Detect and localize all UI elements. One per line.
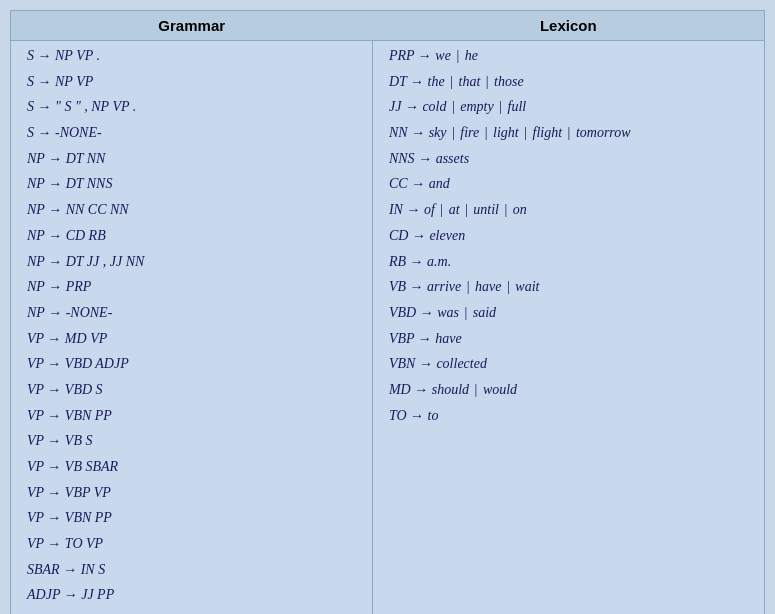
lexicon-cell: VB → arrive | have | wait — [372, 274, 764, 300]
grammar-cell: S → NP VP . — [11, 41, 372, 69]
table-row: VP → VBN PPTO → to — [11, 403, 764, 429]
grammar-cell: VP → VBN PP — [11, 403, 372, 429]
table-row: S → " S " , NP VP .JJ → cold | empty | f… — [11, 94, 764, 120]
grammar-cell: VP → VBP VP — [11, 480, 372, 506]
lexicon-cell — [372, 582, 764, 608]
main-table-container: Grammar Lexicon S → NP VP .PRP → we | he… — [10, 10, 765, 614]
table-row: SBAR → IN S — [11, 557, 764, 583]
lexicon-cell — [372, 480, 764, 506]
lexicon-cell — [372, 428, 764, 454]
lexicon-cell: TO → to — [372, 403, 764, 429]
table-row: NP → PRPVB → arrive | have | wait — [11, 274, 764, 300]
table-row: NP → DT NNSCC → and — [11, 171, 764, 197]
lexicon-cell: IN → of | at | until | on — [372, 197, 764, 223]
lexicon-cell: CD → eleven — [372, 223, 764, 249]
grammar-cell: S → " S " , NP VP . — [11, 94, 372, 120]
lexicon-cell — [372, 505, 764, 531]
lexicon-header: Lexicon — [372, 11, 764, 41]
grammar-cell: NP → DT NNS — [11, 171, 372, 197]
lexicon-cell: RB → a.m. — [372, 249, 764, 275]
lexicon-cell: NN → sky | fire | light | flight | tomor… — [372, 120, 764, 146]
lexicon-cell: VBD → was | said — [372, 300, 764, 326]
table-row: NP → DT NNNNS → assets — [11, 146, 764, 172]
table-row: VP → VBP VP — [11, 480, 764, 506]
grammar-cell: S → -NONE- — [11, 120, 372, 146]
grammar-cell: PP → IN NP — [11, 608, 372, 614]
grammar-cell: VP → VB S — [11, 428, 372, 454]
grammar-cell: SBAR → IN S — [11, 557, 372, 583]
lexicon-cell: JJ → cold | empty | full — [372, 94, 764, 120]
grammar-lexicon-table: Grammar Lexicon S → NP VP .PRP → we | he… — [11, 11, 764, 614]
grammar-cell: VP → VBN PP — [11, 505, 372, 531]
grammar-cell: VP → VBD ADJP — [11, 351, 372, 377]
table-row: VP → VBN PP — [11, 505, 764, 531]
lexicon-cell: DT → the | that | those — [372, 69, 764, 95]
grammar-cell: VP → MD VP — [11, 326, 372, 352]
lexicon-cell — [372, 454, 764, 480]
grammar-header: Grammar — [11, 11, 372, 41]
table-row: ADJP → JJ PP — [11, 582, 764, 608]
grammar-cell: NP → CD RB — [11, 223, 372, 249]
grammar-cell: ADJP → JJ PP — [11, 582, 372, 608]
grammar-cell: VP → VBD S — [11, 377, 372, 403]
table-row: S → -NONE-NN → sky | fire | light | flig… — [11, 120, 764, 146]
grammar-cell: VP → VB SBAR — [11, 454, 372, 480]
table-row: VP → VB SBAR — [11, 454, 764, 480]
lexicon-cell — [372, 608, 764, 614]
lexicon-cell: VBN → collected — [372, 351, 764, 377]
table-row: S → NP VPDT → the | that | those — [11, 69, 764, 95]
table-row: S → NP VP .PRP → we | he — [11, 41, 764, 69]
table-row: NP → -NONE-VBD → was | said — [11, 300, 764, 326]
table-row: PP → IN NP — [11, 608, 764, 614]
table-row: VP → TO VP — [11, 531, 764, 557]
lexicon-cell — [372, 531, 764, 557]
table-row: VP → VB S — [11, 428, 764, 454]
grammar-cell: NP → DT JJ , JJ NN — [11, 249, 372, 275]
lexicon-cell — [372, 557, 764, 583]
grammar-cell: S → NP VP — [11, 69, 372, 95]
table-row: VP → VBD ADJPVBN → collected — [11, 351, 764, 377]
lexicon-cell: VBP → have — [372, 326, 764, 352]
grammar-cell: NP → PRP — [11, 274, 372, 300]
table-row: NP → DT JJ , JJ NNRB → a.m. — [11, 249, 764, 275]
table-row: VP → VBD SMD → should | would — [11, 377, 764, 403]
grammar-cell: NP → -NONE- — [11, 300, 372, 326]
table-row: NP → CD RBCD → eleven — [11, 223, 764, 249]
lexicon-cell: NNS → assets — [372, 146, 764, 172]
grammar-cell: NP → NN CC NN — [11, 197, 372, 223]
lexicon-cell: CC → and — [372, 171, 764, 197]
table-row: NP → NN CC NNIN → of | at | until | on — [11, 197, 764, 223]
grammar-cell: NP → DT NN — [11, 146, 372, 172]
lexicon-cell: PRP → we | he — [372, 41, 764, 69]
grammar-cell: VP → TO VP — [11, 531, 372, 557]
lexicon-cell: MD → should | would — [372, 377, 764, 403]
table-row: VP → MD VPVBP → have — [11, 326, 764, 352]
